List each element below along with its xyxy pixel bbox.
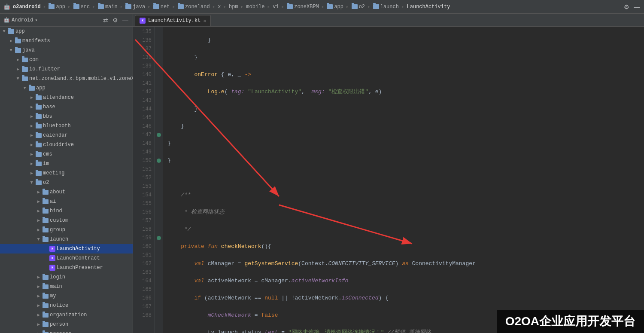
folder-icon xyxy=(352,4,358,9)
kt-file-icon: K xyxy=(140,18,146,24)
tree-item-group[interactable]: ▶ group xyxy=(0,225,133,235)
gutter-162 xyxy=(155,260,163,268)
arrow-icon: ▶ xyxy=(29,123,34,128)
project-icon: 🤖 xyxy=(3,3,10,10)
tree-item-ai[interactable]: ▶ ai xyxy=(0,197,133,206)
tree-item-manifests[interactable]: ▶ manifests xyxy=(0,36,133,46)
folder-icon xyxy=(36,95,42,100)
breadcrumb-v1[interactable]: v1 xyxy=(273,4,279,10)
top-bar: 🤖 o2android ▸ app ▸ src ▸ main ▸ java ▸ … xyxy=(0,0,644,14)
breadcrumb-src[interactable]: src xyxy=(73,4,90,10)
tree-item-main[interactable]: ▶ main xyxy=(0,282,133,291)
folder-icon xyxy=(36,143,42,147)
tree-item-com[interactable]: ▶ com xyxy=(0,55,133,64)
tree-item-launchpresenter[interactable]: ▶ K LaunchPresenter xyxy=(0,263,133,272)
code-content[interactable]: } } onError { e, _ -> Log.e( tag: "Launc… xyxy=(163,27,644,333)
folder-icon xyxy=(22,67,28,72)
breadcrumb-x[interactable]: x xyxy=(218,4,221,10)
breadcrumb-zoneland[interactable]: zoneland xyxy=(178,4,210,10)
tree-item-launch[interactable]: ▶ launch xyxy=(0,235,133,244)
folder-icon xyxy=(43,275,49,280)
tree-item-launchactivity[interactable]: ▶ K LaunchActivity xyxy=(0,244,133,254)
tree-item-calendar[interactable]: ▶ calendar xyxy=(0,131,133,140)
arrow-icon: ▶ xyxy=(9,48,14,53)
project-name[interactable]: o2android xyxy=(13,4,41,10)
arrow-icon: ▶ xyxy=(36,237,41,242)
folder-icon xyxy=(43,190,49,195)
breadcrumb-o2[interactable]: o2 xyxy=(352,4,365,10)
sidebar: 🤖 Android ▾ ⇄ ⚙ — ▶ app ▶ manifests xyxy=(0,14,133,333)
folder-icon xyxy=(178,4,184,9)
folder-icon xyxy=(125,4,131,9)
breadcrumb-launch[interactable]: launch xyxy=(373,4,399,10)
tree-item-app-inner[interactable]: ▶ app xyxy=(0,83,133,93)
gutter-136 xyxy=(155,36,163,45)
tree-item-net[interactable]: ▶ net.zoneland.x.bpm.mobile.v1.zoneXBPM xyxy=(0,74,133,83)
folder-icon xyxy=(36,124,42,128)
gutter-166 xyxy=(155,294,163,302)
folder-icon xyxy=(43,209,49,214)
tree-item-base[interactable]: ▶ base xyxy=(0,102,133,112)
gutter-158 xyxy=(155,225,163,234)
tree-item-organization[interactable]: ▶ organization xyxy=(0,310,133,320)
code-editor[interactable]: 135 136 137 138 139 140 141 142 143 144 … xyxy=(133,27,644,333)
tree-item-launchcontract[interactable]: ▶ K LaunchContract xyxy=(0,254,133,263)
tree-item-clouddrive[interactable]: ▶ clouddrive xyxy=(0,140,133,150)
kt-file-icon: K xyxy=(49,255,55,261)
tree-item-bind[interactable]: ▶ bind xyxy=(0,206,133,216)
breadcrumb-launchactivity[interactable]: LaunchActivity xyxy=(407,4,450,10)
arrow-icon: ▶ xyxy=(29,104,34,110)
minimize-button[interactable]: — xyxy=(633,3,641,11)
settings-button[interactable]: ⚙ xyxy=(623,3,630,11)
tree-item-person[interactable]: ▶ person xyxy=(0,320,133,329)
folder-icon xyxy=(36,180,42,185)
tree-item-o2[interactable]: ▶ o2 xyxy=(0,178,133,187)
gutter-150 xyxy=(155,156,163,165)
breadcrumb-bpm[interactable]: bpm xyxy=(229,4,238,10)
tree-item-java[interactable]: ▶ java xyxy=(0,46,133,55)
folder-icon xyxy=(43,228,49,232)
editor-area: K LaunchActivity.kt ✕ 135 136 137 138 13… xyxy=(133,14,644,333)
tree-item-about[interactable]: ▶ about xyxy=(0,187,133,197)
tab-launchactivity[interactable]: K LaunchActivity.kt ✕ xyxy=(135,15,211,26)
tree-item-my[interactable]: ▶ my xyxy=(0,291,133,301)
breadcrumb-mobile[interactable]: mobile xyxy=(246,4,264,10)
breadcrumb-app2[interactable]: app xyxy=(327,4,343,10)
arrow-icon: ▶ xyxy=(29,95,34,100)
close-sidebar-button[interactable]: — xyxy=(122,16,129,24)
gear-button[interactable]: ⚙ xyxy=(112,16,119,24)
tree-item-im[interactable]: ▶ im xyxy=(0,159,133,168)
watermark-text: O2OA企业应用开发平台 xyxy=(505,315,635,328)
breadcrumb-net[interactable]: net xyxy=(153,4,170,10)
tree-item-ioflutter[interactable]: ▶ io.flutter xyxy=(0,64,133,74)
sidebar-title-label: Android xyxy=(12,17,33,23)
gutter-161 xyxy=(155,251,163,260)
breadcrumb-app[interactable]: app xyxy=(49,4,65,10)
breadcrumb-zonexbpm[interactable]: zoneXBPM xyxy=(287,4,319,10)
gutter-157 xyxy=(155,217,163,225)
gutter-141 xyxy=(155,79,163,88)
tree-item-app[interactable]: ▶ app xyxy=(0,27,133,36)
tree-item-attendance[interactable]: ▶ attendance xyxy=(0,93,133,102)
breadcrumb-java[interactable]: java xyxy=(125,4,145,10)
tree-item-bluetooth[interactable]: ▶ bluetooth xyxy=(0,121,133,131)
main-content: 🤖 Android ▾ ⇄ ⚙ — ▶ app ▶ manifests xyxy=(0,14,644,333)
tab-close-button[interactable]: ✕ xyxy=(203,18,206,24)
gutter-159 xyxy=(155,234,163,242)
folder-icon xyxy=(43,322,49,327)
gutter-139 xyxy=(155,62,163,70)
tree-item-bbs[interactable]: ▶ bbs xyxy=(0,112,133,121)
gutter-148 xyxy=(155,139,163,148)
arrow-icon: ▶ xyxy=(9,38,14,43)
gutter-146 xyxy=(155,122,163,131)
tree-item-cms[interactable]: ▶ cms xyxy=(0,150,133,159)
tree-item-custom[interactable]: ▶ custom xyxy=(0,216,133,225)
tree-item-meeting[interactable]: ▶ meeting xyxy=(0,168,133,178)
tree-item-login[interactable]: ▶ login xyxy=(0,272,133,282)
gutter-154 xyxy=(155,191,163,199)
tree-item-process[interactable]: ▶ process xyxy=(0,329,133,333)
sync-button[interactable]: ⇄ xyxy=(102,16,109,24)
gutter-155 xyxy=(155,199,163,208)
tree-item-notice[interactable]: ▶ notice xyxy=(0,301,133,310)
breadcrumb-main[interactable]: main xyxy=(98,4,118,10)
